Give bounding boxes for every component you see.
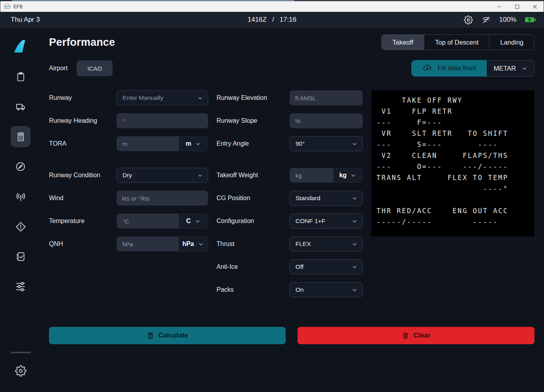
fill-data-label: Fill data from xyxy=(437,64,476,72)
entry-angle-value: 90° xyxy=(296,140,305,147)
sidebar-item-hazards[interactable] xyxy=(0,212,41,242)
chevron-down-icon xyxy=(352,195,358,201)
cg-position-select[interactable]: Standard xyxy=(290,191,363,206)
battery-percent: 100% xyxy=(499,16,516,24)
temperature-row: TemperatureC xyxy=(49,214,208,229)
sidebar-item-flight-plan[interactable] xyxy=(0,62,41,92)
qnh-unit-value: hPa xyxy=(183,240,194,248)
temperature-control: C xyxy=(117,214,208,229)
runway-condition-select[interactable]: Dry xyxy=(117,168,208,183)
runway-label: Runway xyxy=(49,94,117,101)
configuration-select[interactable]: CONF 1+F xyxy=(290,214,363,229)
runway-heading-input[interactable] xyxy=(117,113,208,128)
fill-data-button[interactable]: Fill data from xyxy=(411,60,487,77)
entry-angle-select[interactable]: 90° xyxy=(290,136,363,151)
chevron-down-icon xyxy=(352,287,358,293)
fill-source-select[interactable]: METAR xyxy=(487,60,535,77)
runway-value: Enter Manually xyxy=(122,94,163,101)
wind-label: Wind xyxy=(49,195,117,202)
runway-elevation-row: Runway Elevation xyxy=(216,90,363,105)
phase-tabs: TakeoffTop of DescentLanding xyxy=(381,34,535,50)
packs-value: On xyxy=(296,286,304,293)
tab-top-of-descent[interactable]: Top of Descent xyxy=(424,35,489,50)
calculate-label: Calculate xyxy=(158,332,188,339)
runway-slope-input[interactable] xyxy=(290,113,363,128)
close-button[interactable] xyxy=(526,1,544,12)
qnh-label: QNH xyxy=(49,240,117,248)
configuration-row: ConfigurationCONF 1+F xyxy=(216,214,363,229)
tora-row: TORAm xyxy=(49,136,208,151)
runway-elevation-input[interactable] xyxy=(290,90,363,105)
runway-row: RunwayEnter Manually xyxy=(49,90,208,105)
sidebar-item-filters[interactable] xyxy=(0,272,41,302)
tab-takeoff[interactable]: Takeoff xyxy=(382,35,424,50)
sidebar-item-settings[interactable] xyxy=(0,359,41,383)
fill-source-value: METAR xyxy=(493,65,516,72)
tora-label: TORA xyxy=(49,140,117,147)
status-time-local: 17:16 xyxy=(280,16,297,24)
status-clock: 1416Z / 17:16 xyxy=(248,16,296,24)
airline-logo-icon xyxy=(12,38,29,55)
sidebar-item-navigation[interactable] xyxy=(0,152,41,182)
sidebar-item-ground-services[interactable] xyxy=(0,92,41,122)
battery-charging-icon xyxy=(525,17,536,23)
thrust-row: ThrustFLEX xyxy=(216,236,363,251)
chevron-down-icon xyxy=(195,218,201,224)
status-bar: Thu Apr 3 1416Z / 17:16 100% xyxy=(0,12,544,28)
cg-position-row: CG PositionStandard xyxy=(216,191,363,206)
minimize-button[interactable] xyxy=(490,1,508,12)
configuration-label: Configuration xyxy=(216,218,290,225)
sidebar-divider xyxy=(10,352,31,353)
sliders-icon xyxy=(15,281,26,293)
main-content: Performance TakeoffTop of DescentLanding… xyxy=(41,28,544,392)
runway-condition-row: Runway ConditionDry xyxy=(49,168,208,183)
settings-gear-icon[interactable] xyxy=(464,15,473,24)
runway-select[interactable]: Enter Manually xyxy=(117,90,208,105)
chevron-down-icon xyxy=(352,241,358,247)
takeoff-weight-unit-value: kg xyxy=(339,172,347,179)
calculate-button[interactable]: Calculate xyxy=(49,327,286,344)
tora-input[interactable] xyxy=(117,137,179,151)
truck-icon xyxy=(15,101,26,112)
tora-unit-select[interactable]: m xyxy=(179,137,208,151)
cg-position-label: CG Position xyxy=(216,195,290,202)
qnh-input[interactable] xyxy=(117,237,179,251)
sidebar-item-checklists[interactable] xyxy=(0,242,41,272)
clear-button[interactable]: Clear xyxy=(297,327,535,344)
temperature-unit-select[interactable]: C xyxy=(179,214,208,228)
radio-transmitter-icon xyxy=(15,191,26,203)
takeoff-weight-input[interactable] xyxy=(290,168,333,182)
temperature-input[interactable] xyxy=(117,214,179,228)
temperature-unit-value: C xyxy=(186,218,191,225)
airport-icao-button[interactable]: ICAO xyxy=(77,60,113,76)
thrust-select[interactable]: FLEX xyxy=(290,236,363,251)
trash-icon xyxy=(402,332,409,339)
sidebar-item-radio[interactable] xyxy=(0,182,41,212)
chevron-down-icon xyxy=(198,241,204,247)
maximize-button[interactable] xyxy=(508,1,526,12)
tab-landing[interactable]: Landing xyxy=(489,35,534,50)
takeoff-weight-row: Takeoff Weightkg xyxy=(216,168,363,183)
wifi-off-icon xyxy=(481,15,491,24)
anti-ice-select[interactable]: Off xyxy=(290,259,363,274)
sidebar-item-airline-logo[interactable] xyxy=(0,32,41,62)
takeoff-weight-unit-select[interactable]: kg xyxy=(333,168,362,182)
sidebar xyxy=(0,28,41,392)
runway-heading-row: Runway Heading xyxy=(49,113,208,128)
window-title: EFB xyxy=(13,4,23,9)
mcdu-screen: TAKE OFF RWY V1 FLP RETR --- F=--- VR SL… xyxy=(371,90,534,227)
entry-angle-row: Entry Angle90° xyxy=(216,136,363,151)
qnh-unit-select[interactable]: hPa xyxy=(179,237,208,251)
cg-position-value: Standard xyxy=(296,195,320,202)
form-column-right: Runway ElevationRunway SlopeEntry Angle9… xyxy=(216,90,363,305)
chevron-down-icon xyxy=(521,66,527,71)
mcdu-preview-panel: TAKE OFF RWY V1 FLP RETR --- F=--- VR SL… xyxy=(371,90,534,236)
packs-select[interactable]: On xyxy=(290,282,363,297)
page-title: Performance xyxy=(49,36,115,49)
cloud-download-icon xyxy=(422,64,433,73)
temperature-label: Temperature xyxy=(49,218,117,225)
takeoff-weight-label: Takeoff Weight xyxy=(216,172,290,179)
sidebar-item-performance-calculator[interactable] xyxy=(0,122,41,152)
wind-input[interactable] xyxy=(117,191,208,206)
chevron-down-icon xyxy=(352,218,358,224)
